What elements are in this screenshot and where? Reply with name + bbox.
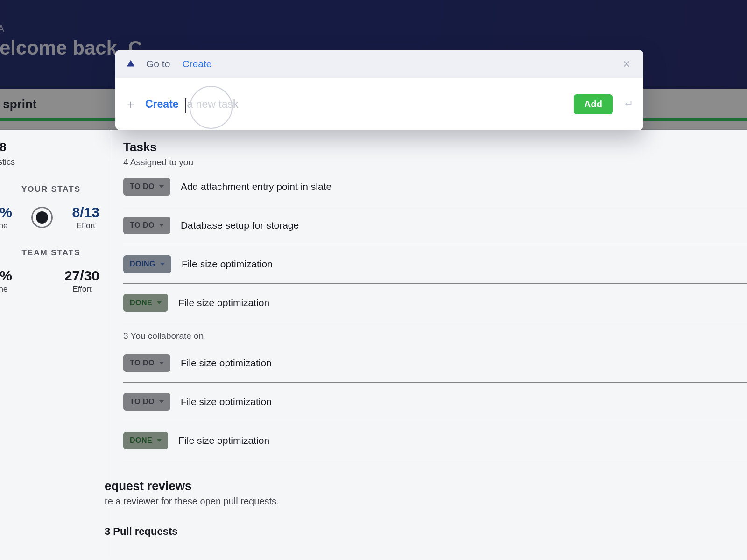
add-button[interactable]: Add: [574, 94, 613, 114]
enter-key-icon: ↵: [625, 98, 633, 110]
close-icon[interactable]: [620, 57, 633, 70]
app-logo-icon: [126, 59, 136, 69]
tab-create[interactable]: Create: [182, 58, 211, 70]
create-prefix: Create: [145, 98, 179, 111]
text-caret: [185, 98, 186, 113]
modal-header: Go to Create: [115, 50, 643, 78]
plus-icon: ＋: [126, 99, 136, 109]
command-palette-modal: Go to Create ＋ Create Add ↵: [115, 50, 643, 130]
create-task-input[interactable]: [186, 95, 567, 113]
tab-goto[interactable]: Go to: [146, 58, 170, 70]
modal-body: ＋ Create Add ↵: [115, 78, 643, 130]
